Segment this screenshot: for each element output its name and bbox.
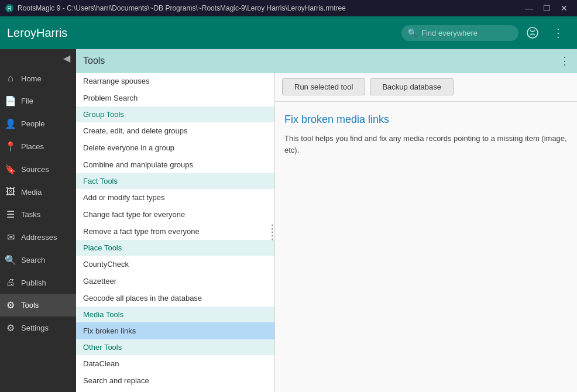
places-icon: 📍 (5, 141, 16, 152)
title-bar-text: RootsMagic 9 - C:\Users\harri\Documents\… (18, 4, 521, 12)
sidebar-item-label: Tasks (21, 210, 40, 219)
resize-dot (272, 225, 273, 226)
tool-category: Place Tools (76, 240, 274, 256)
sidebar-item-label: Home (21, 74, 42, 83)
tool-list-item[interactable]: Delete everyone in a group (76, 139, 274, 156)
action-buttons-bar: Run selected tool Backup database (275, 73, 577, 102)
tool-category: Fact Tools (76, 173, 274, 189)
tool-list-item[interactable]: Combine and manipulate groups (76, 156, 274, 173)
sidebar-collapse-area: ◀ (0, 49, 76, 67)
tools-list-panel: Rearrange spousesProblem SearchGroup Too… (76, 73, 275, 392)
detail-content: Fix broken media links This tool helps y… (275, 102, 577, 167)
sidebar-item-tasks[interactable]: ☰ Tasks (0, 203, 76, 226)
sidebar-item-label: Publish (21, 278, 46, 287)
svg-text:R: R (7, 5, 11, 12)
media-icon: 🖼 (5, 187, 16, 197)
sidebar-item-publish[interactable]: 🖨 Publish (0, 271, 76, 294)
tool-list-item[interactable]: Search and replace (76, 372, 274, 389)
app-header: LeroyHarris 🔍 ⋮ (0, 16, 577, 49)
resize-dot (272, 232, 273, 233)
resize-handle[interactable] (270, 222, 274, 243)
publish-icon: 🖨 (5, 277, 16, 288)
people-icon: 👤 (5, 118, 16, 129)
title-bar: R RootsMagic 9 - C:\Users\harri\Document… (0, 0, 577, 16)
tool-list-item[interactable]: Create, edit, and delete groups (76, 122, 274, 139)
resize-dot (272, 235, 273, 237)
addresses-icon: ✉ (5, 232, 16, 243)
close-button[interactable]: ✕ (556, 0, 572, 16)
tool-list-item[interactable]: Problem Search (76, 90, 274, 106)
sidebar-item-label: Tools (21, 301, 39, 310)
sidebar-item-media[interactable]: 🖼 Media (0, 181, 76, 203)
tool-category: Media Tools (76, 307, 274, 322)
detail-title: Fix broken media links (284, 114, 568, 126)
resize-dot (272, 239, 273, 240)
sidebar-item-label: Search (21, 256, 45, 264)
run-tool-button[interactable]: Run selected tool (282, 78, 365, 95)
tasks-icon: ☰ (5, 209, 16, 220)
sidebar-item-label: File (21, 97, 33, 105)
tool-list-item[interactable]: CountyCheck (76, 256, 274, 273)
sidebar-item-sources[interactable]: 🔖 Sources (0, 158, 76, 181)
tool-category: Group Tools (76, 106, 274, 122)
tool-list-item[interactable]: Gazetteer (76, 273, 274, 290)
tool-list-item[interactable]: Rearrange spouses (76, 73, 274, 90)
window-controls: — ☐ ✕ (521, 0, 572, 16)
tool-category: Other Tools (76, 339, 274, 355)
sidebar-item-addresses[interactable]: ✉ Addresses (0, 226, 76, 249)
main-layout: ◀ ⌂ Home 📄 File 👤 People 📍 Places 🔖 Sour… (0, 49, 577, 392)
sidebar-item-label: Places (21, 142, 44, 151)
sidebar-item-home[interactable]: ⌂ Home (0, 67, 76, 90)
tool-list-item[interactable]: Change fact type for everyone (76, 206, 274, 223)
sidebar-item-label: People (21, 119, 44, 128)
app-icon: R (5, 4, 14, 13)
tool-list-item[interactable]: Remove a fact type from everyone (76, 223, 274, 240)
search-input[interactable] (401, 25, 518, 41)
sidebar-collapse-button[interactable]: ◀ (61, 51, 73, 65)
maximize-button[interactable]: ☐ (538, 0, 555, 16)
search-wrapper: 🔍 (401, 25, 518, 41)
sidebar-item-tools[interactable]: ⚙ Tools (0, 294, 76, 317)
content-area: Tools ⋮ Rearrange spousesProblem SearchG… (76, 49, 577, 392)
resize-dot (272, 228, 273, 230)
tools-detail-panel: Run selected tool Backup database Fix br… (275, 73, 577, 392)
tool-list-item[interactable]: Add or modify fact types (76, 189, 274, 206)
header-menu-button[interactable]: ⋮ (547, 21, 570, 44)
tools-menu-button[interactable]: ⋮ (559, 54, 570, 67)
file-icon: 📄 (5, 95, 16, 106)
svg-point-2 (527, 27, 538, 38)
sidebar-item-label: Media (21, 188, 42, 197)
settings-icon: ⚙ (5, 322, 16, 333)
tool-list-item[interactable]: Fix broken links (76, 322, 274, 339)
tool-list-item[interactable]: Geocode all places in the database (76, 290, 274, 307)
minimize-button[interactable]: — (521, 0, 537, 16)
search-sidebar-icon: 🔍 (5, 255, 16, 266)
detail-description: This tool helps you find and fix any med… (284, 133, 568, 156)
backup-database-button[interactable]: Backup database (370, 78, 453, 95)
tools-body: Rearrange spousesProblem SearchGroup Too… (76, 73, 577, 392)
sidebar-item-label: Addresses (21, 233, 57, 242)
sidebar-item-label: Settings (21, 324, 49, 332)
tools-title: Tools (83, 56, 105, 66)
tool-list-item[interactable]: Enhanced properties list (76, 389, 274, 392)
sidebar-item-search[interactable]: 🔍 Search (0, 249, 76, 271)
sidebar-item-file[interactable]: 📄 File (0, 90, 76, 112)
sidebar-item-settings[interactable]: ⚙ Settings (0, 317, 76, 339)
dna-button[interactable] (521, 21, 544, 44)
sources-icon: 🔖 (5, 164, 16, 175)
tool-list-item[interactable]: DataClean (76, 355, 274, 372)
tools-icon: ⚙ (5, 300, 16, 311)
search-icon: 🔍 (407, 28, 417, 37)
kebab-icon: ⋮ (552, 26, 565, 40)
sidebar-item-places[interactable]: 📍 Places (0, 135, 76, 158)
tools-list-scroll[interactable]: Rearrange spousesProblem SearchGroup Too… (76, 73, 274, 392)
sidebar: ◀ ⌂ Home 📄 File 👤 People 📍 Places 🔖 Sour… (0, 49, 76, 392)
sidebar-item-label: Sources (21, 165, 49, 174)
tools-header: Tools ⋮ (76, 49, 577, 73)
home-icon: ⌂ (5, 73, 16, 84)
sidebar-item-people[interactable]: 👤 People (0, 112, 76, 135)
app-title: LeroyHarris (7, 26, 401, 40)
